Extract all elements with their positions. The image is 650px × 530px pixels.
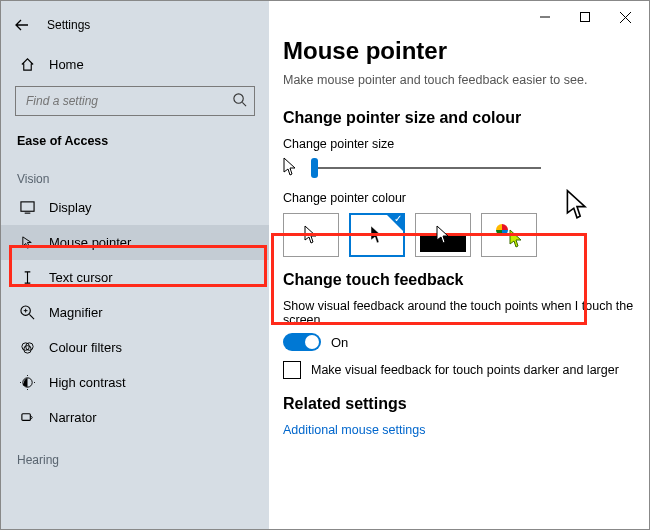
darker-larger-label: Make visual feedback for touch points da… xyxy=(311,363,619,377)
close-button[interactable] xyxy=(605,5,645,29)
pointer-size-preview xyxy=(283,157,301,179)
main-panel: Mouse pointer Make mouse pointer and tou… xyxy=(269,1,649,529)
sidebar-item-label: Magnifier xyxy=(49,305,102,320)
sidebar-item-display[interactable]: Display xyxy=(1,190,269,225)
pointer-size-slider[interactable] xyxy=(311,167,541,169)
svg-line-1 xyxy=(242,102,246,106)
high-contrast-icon xyxy=(19,375,35,390)
page-title: Mouse pointer xyxy=(283,37,649,65)
window-title: Settings xyxy=(47,18,90,32)
section-size-colour: Change pointer size and colour xyxy=(283,109,649,127)
touch-feedback-desc: Show visual feedback around the touch po… xyxy=(283,299,649,327)
back-button[interactable] xyxy=(15,18,29,32)
pointer-colour-black[interactable] xyxy=(349,213,405,257)
text-cursor-icon xyxy=(19,270,35,285)
cursor-graphic xyxy=(565,189,589,221)
section-touch-feedback: Change touch feedback xyxy=(283,271,649,289)
maximize-button[interactable] xyxy=(565,5,605,29)
sidebar-item-label: Text cursor xyxy=(49,270,113,285)
home-label: Home xyxy=(49,57,84,72)
slider-thumb[interactable] xyxy=(311,158,318,178)
sidebar-item-label: Mouse pointer xyxy=(49,235,131,250)
sidebar-item-text-cursor[interactable]: Text cursor xyxy=(1,260,269,295)
display-icon xyxy=(19,200,35,215)
category-vision: Vision xyxy=(1,154,269,190)
search-input[interactable] xyxy=(15,86,255,116)
sidebar-item-label: Narrator xyxy=(49,410,97,425)
sidebar-item-narrator[interactable]: Narrator xyxy=(1,400,269,435)
page-subtitle: Make mouse pointer and touch feedback ea… xyxy=(283,73,649,87)
colour-filters-icon xyxy=(19,340,35,355)
svg-point-0 xyxy=(234,94,243,103)
pointer-colour-white[interactable] xyxy=(283,213,339,257)
sidebar-item-mouse-pointer[interactable]: Mouse pointer xyxy=(1,225,269,260)
darker-larger-checkbox[interactable] xyxy=(283,361,301,379)
magnifier-icon xyxy=(19,305,35,320)
pointer-colour-label: Change pointer colour xyxy=(283,191,649,205)
toggle-knob xyxy=(305,335,319,349)
narrator-icon xyxy=(19,410,35,425)
sidebar-home[interactable]: Home xyxy=(1,47,269,82)
svg-line-6 xyxy=(29,314,34,319)
minimize-button[interactable] xyxy=(525,5,565,29)
additional-mouse-settings-link[interactable]: Additional mouse settings xyxy=(283,423,649,437)
pointer-colour-inverted[interactable] xyxy=(415,213,471,257)
sidebar-item-high-contrast[interactable]: High contrast xyxy=(1,365,269,400)
sidebar-item-label: Colour filters xyxy=(49,340,122,355)
touch-feedback-toggle[interactable] xyxy=(283,333,321,351)
svg-rect-19 xyxy=(581,13,590,22)
pointer-colour-custom[interactable] xyxy=(481,213,537,257)
sidebar-item-magnifier[interactable]: Magnifier xyxy=(1,295,269,330)
mouse-pointer-icon xyxy=(19,235,35,250)
category-hearing: Hearing xyxy=(1,435,269,471)
toggle-state-label: On xyxy=(331,335,348,350)
sidebar-item-label: High contrast xyxy=(49,375,126,390)
sidebar-section-header: Ease of Access xyxy=(1,126,269,154)
svg-rect-2 xyxy=(20,202,33,211)
sidebar-item-label: Display xyxy=(49,200,92,215)
sidebar: Settings Home Ease of Access Vision Disp… xyxy=(1,1,269,529)
search-icon xyxy=(232,92,247,107)
svg-rect-17 xyxy=(21,414,29,421)
home-icon xyxy=(19,57,35,72)
pointer-size-label: Change pointer size xyxy=(283,137,649,151)
sidebar-item-colour-filters[interactable]: Colour filters xyxy=(1,330,269,365)
section-related: Related settings xyxy=(283,395,649,413)
